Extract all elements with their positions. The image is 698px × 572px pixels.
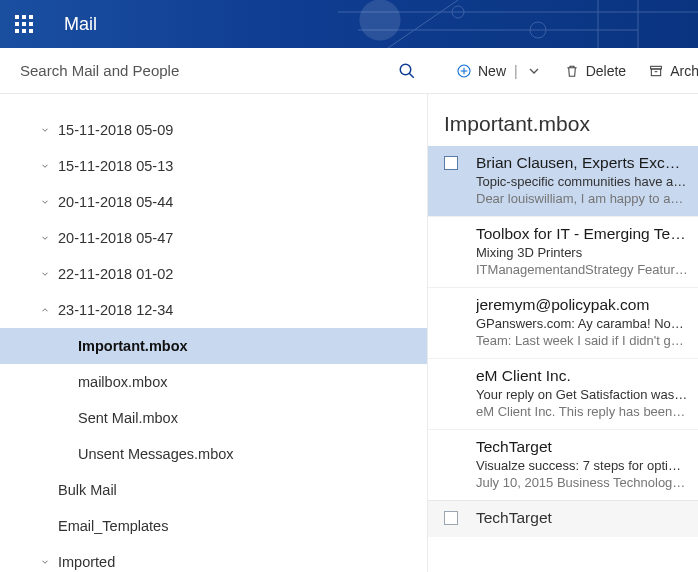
- message-preview: Team: Last week I said if I didn't get e…: [476, 333, 688, 348]
- archive-button[interactable]: Archive: [648, 63, 698, 79]
- folder-label: 20-11-2018 05-44: [58, 194, 173, 210]
- message-list-title: Important.mbox: [428, 94, 698, 146]
- folder-pane: 15-11-2018 05-0915-11-2018 05-1320-11-20…: [0, 94, 428, 572]
- action-bar: New | Delete Archive: [428, 48, 698, 94]
- waffle-icon: [15, 15, 33, 33]
- svg-point-7: [400, 64, 411, 75]
- chevron-down-icon[interactable]: [36, 230, 54, 246]
- folder-label: Imported: [58, 554, 115, 570]
- message-subject: Mixing 3D Printers: [476, 245, 688, 260]
- chevron-down-icon[interactable]: [36, 122, 54, 138]
- folder-label: 23-11-2018 12-34: [58, 302, 173, 318]
- svg-line-6: [388, 0, 458, 48]
- message-checkbox[interactable]: [444, 156, 458, 170]
- archive-icon: [648, 63, 664, 79]
- folder-label: Sent Mail.mbox: [78, 410, 178, 426]
- message-preview: July 10, 2015 Business Technology Resear…: [476, 475, 688, 490]
- message-item[interactable]: eM Client Inc.Your reply on Get Satisfac…: [428, 358, 698, 429]
- chevron-up-icon[interactable]: [36, 302, 54, 318]
- app-title: Mail: [64, 14, 97, 35]
- message-pane: Important.mbox Brian Clausen, Experts Ex…: [428, 94, 698, 572]
- message-preview: Dear louiswilliam, I am happy to announc…: [476, 191, 688, 206]
- folder-item[interactable]: 20-11-2018 05-44: [0, 184, 427, 220]
- search-input[interactable]: [20, 62, 398, 79]
- folder-item[interactable]: Email_Templates: [0, 508, 427, 544]
- message-checkbox[interactable]: [444, 511, 458, 525]
- toolbar-row: New | Delete Archive: [0, 48, 698, 94]
- folder-label: 15-11-2018 05-13: [58, 158, 173, 174]
- folder-item[interactable]: Imported: [0, 544, 427, 572]
- app-launcher-button[interactable]: [0, 0, 48, 48]
- message-list: Brian Clausen, Experts Exchan…Topic-spec…: [428, 146, 698, 537]
- message-from: Brian Clausen, Experts Exchan…: [476, 154, 688, 172]
- folder-label: Unsent Messages.mbox: [78, 446, 234, 462]
- search-icon[interactable]: [398, 62, 416, 80]
- folder-item[interactable]: 20-11-2018 05-47: [0, 220, 427, 256]
- folder-item[interactable]: Bulk Mail: [0, 472, 427, 508]
- message-item[interactable]: Brian Clausen, Experts Exchan…Topic-spec…: [428, 146, 698, 216]
- folder-label: 20-11-2018 05-47: [58, 230, 173, 246]
- folder-label: mailbox.mbox: [78, 374, 167, 390]
- new-button[interactable]: New |: [456, 63, 542, 79]
- delete-label: Delete: [586, 63, 626, 79]
- folder-item[interactable]: Unsent Messages.mbox: [0, 436, 427, 472]
- message-preview: eM Client Inc. This reply has been remov…: [476, 404, 688, 419]
- message-item[interactable]: TechTargetVisualze success: 7 steps for …: [428, 429, 698, 500]
- message-from: TechTarget: [476, 438, 688, 456]
- chevron-down-icon[interactable]: [36, 554, 54, 570]
- delete-button[interactable]: Delete: [564, 63, 626, 79]
- message-from: TechTarget: [476, 509, 688, 527]
- folder-item[interactable]: Important.mbox: [0, 328, 427, 364]
- message-item[interactable]: Toolbox for IT - Emerging Tec…Mixing 3D …: [428, 216, 698, 287]
- chevron-down-icon[interactable]: [36, 158, 54, 174]
- message-item[interactable]: jeremym@policypak.comGPanswers.com: Ay c…: [428, 287, 698, 358]
- divider: |: [514, 63, 518, 79]
- folder-label: Email_Templates: [58, 518, 168, 534]
- message-from: Toolbox for IT - Emerging Tec…: [476, 225, 688, 243]
- chevron-down-icon[interactable]: [36, 194, 54, 210]
- folder-label: 22-11-2018 01-02: [58, 266, 173, 282]
- message-from: eM Client Inc.: [476, 367, 688, 385]
- message-subject: Visualze success: 7 steps for optimizing…: [476, 458, 688, 473]
- chevron-down-icon[interactable]: [36, 266, 54, 282]
- message-from: jeremym@policypak.com: [476, 296, 688, 314]
- folder-item[interactable]: 15-11-2018 05-13: [0, 148, 427, 184]
- archive-label: Archive: [670, 63, 698, 79]
- message-preview: ITManagementandStrategy Featured Mixing …: [476, 262, 688, 277]
- folder-label: 15-11-2018 05-09: [58, 122, 173, 138]
- folder-label: Important.mbox: [78, 338, 188, 354]
- folder-item[interactable]: Sent Mail.mbox: [0, 400, 427, 436]
- content-row: 15-11-2018 05-0915-11-2018 05-1320-11-20…: [0, 94, 698, 572]
- top-bar: Mail: [0, 0, 698, 48]
- message-subject: Your reply on Get Satisfaction was remov…: [476, 387, 688, 402]
- message-subject: Topic-specific communities have arrived …: [476, 174, 688, 189]
- folder-label: Bulk Mail: [58, 482, 117, 498]
- folder-item[interactable]: mailbox.mbox: [0, 364, 427, 400]
- trash-icon: [564, 63, 580, 79]
- message-subject: GPanswers.com: Ay caramba! Now we have t…: [476, 316, 688, 331]
- svg-rect-13: [651, 69, 660, 76]
- svg-line-8: [409, 73, 414, 78]
- new-label: New: [478, 63, 506, 79]
- plus-circle-icon: [456, 63, 472, 79]
- blueprint-decoration: [338, 0, 698, 48]
- folder-item[interactable]: 23-11-2018 12-34: [0, 292, 427, 328]
- search-area: [0, 48, 428, 94]
- folder-item[interactable]: 22-11-2018 01-02: [0, 256, 427, 292]
- chevron-down-icon: [526, 63, 542, 79]
- folder-item[interactable]: 15-11-2018 05-09: [0, 112, 427, 148]
- message-item[interactable]: TechTarget: [428, 500, 698, 537]
